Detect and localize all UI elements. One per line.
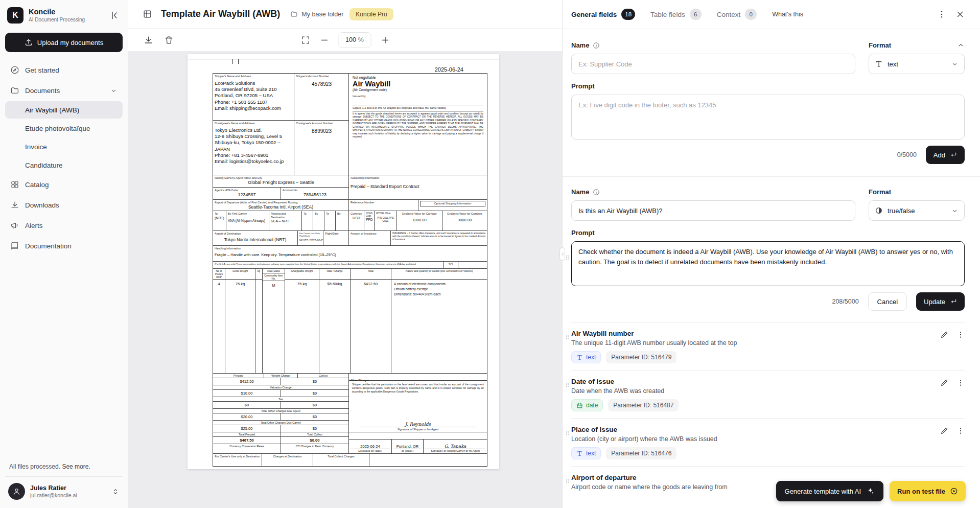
edit-pencil-icon[interactable] — [940, 331, 948, 339]
tab-count-badge: 0 — [745, 9, 757, 20]
prompt-input[interactable] — [571, 95, 965, 140]
breadcrumb-folder[interactable]: My base folder — [290, 10, 343, 18]
field-item-air-waybill-number: Air Waybill number The unique 11-digit A… — [571, 322, 965, 370]
table-icon[interactable] — [143, 9, 152, 19]
status-text: All files processed. — [9, 463, 60, 470]
sidebar-subitem-label: Candidature — [25, 161, 63, 169]
run-on-test-file-button[interactable]: Run on test file — [890, 481, 966, 501]
format-label: Format — [869, 41, 891, 49]
sidebar-item-documents[interactable]: Documents — [5, 81, 123, 100]
drag-handle-icon[interactable] — [564, 333, 571, 341]
folder-icon — [290, 10, 298, 18]
add-button-label: Add — [934, 151, 945, 159]
field-name-input[interactable] — [571, 200, 855, 221]
sidebar-item-candidature[interactable]: Candidature — [5, 156, 123, 174]
add-field-button[interactable]: Add — [926, 146, 965, 164]
usa-export-note: (For U.S.A. use only) These commodities,… — [215, 263, 441, 266]
delete-document-button[interactable] — [164, 35, 174, 45]
download-icon — [10, 200, 19, 210]
close-icon[interactable] — [955, 10, 965, 19]
brand-text: Koncile AI Document Processing — [29, 8, 85, 23]
update-button[interactable]: Update — [916, 292, 965, 311]
avatar — [8, 483, 25, 500]
chevron-up-icon[interactable] — [957, 41, 965, 49]
tab-general-fields[interactable]: General fields 18 — [571, 9, 635, 20]
format-select[interactable]: text — [869, 54, 965, 74]
zoom-out-button[interactable] — [319, 35, 329, 45]
rate-class-value: M — [263, 281, 285, 288]
accounting-label: Accounting Information — [351, 176, 485, 180]
fullscreen-button[interactable] — [300, 35, 310, 45]
prompt-label: Prompt — [571, 229, 965, 237]
col-pieces: No of Pieces RCP — [213, 269, 225, 280]
user-name: Jules Ratier — [30, 484, 77, 492]
zoom-in-button[interactable] — [380, 35, 390, 45]
new-field-form: Name Format text P — [571, 41, 965, 164]
prompt-input[interactable]: Check whether the document is indeed a A… — [571, 241, 965, 286]
collapse-sidebar-icon[interactable] — [110, 10, 121, 20]
sidebar-item-get-started[interactable]: Get started — [5, 60, 123, 80]
edit-field-form: Name Format true/false Prompt — [571, 188, 965, 311]
tab-context[interactable]: Context 0 — [717, 9, 757, 20]
document-canvas[interactable]: 2025-06-24 Shipper's Name and Address Ec… — [128, 51, 562, 508]
boolean-type-icon — [875, 206, 883, 215]
panel-menu-icon[interactable] — [937, 10, 946, 19]
edit-pencil-icon[interactable] — [940, 379, 948, 387]
more-options-icon[interactable] — [956, 379, 965, 387]
sidebar-item-invoice[interactable]: Invoice — [5, 138, 123, 155]
drag-handle-icon[interactable] — [564, 477, 571, 485]
tax-collect-value: $0 — [281, 402, 348, 408]
zoom-level[interactable]: 100 % — [338, 32, 371, 48]
chevron-up-down-icon[interactable] — [111, 488, 120, 496]
by-label: By — [337, 212, 347, 216]
col-nature-of-goods: Nature and Quantity of Goods (incl. Dime… — [391, 269, 487, 280]
user-menu[interactable]: Jules Ratier jul.ratier@koncile.ai — [5, 476, 123, 502]
generate-template-button[interactable]: Generate template with AI — [776, 481, 884, 501]
see-more-link[interactable]: See more. — [62, 463, 90, 470]
weight-charge-label: Weight Charge — [264, 374, 298, 378]
sidebar-nav: Get started Documents Air Waybill (AWB) … — [5, 60, 123, 256]
iata-code-label: Agent's IATA Code — [215, 189, 279, 192]
cancel-button[interactable]: Cancel — [868, 292, 907, 311]
files-status: All files processed. See more. — [5, 459, 123, 476]
folder-icon — [10, 86, 19, 95]
field-title: Air Waybill number — [571, 330, 965, 337]
name-label: Name — [571, 41, 589, 49]
executed-date-label: Executed on (date) — [351, 449, 390, 453]
tab-table-fields[interactable]: Table fields 6 — [650, 9, 702, 20]
issued-by-label: Issued by — [353, 95, 483, 98]
due-carrier-prepaid-value: $25.00 — [213, 425, 281, 432]
sidebar-subitem-label: Etude photovoltaïque — [25, 125, 90, 132]
download-document-button[interactable] — [144, 35, 153, 45]
prepaid-label: Prepaid — [213, 374, 264, 378]
sidebar-item-downloads[interactable]: Downloads — [5, 195, 123, 215]
viewer-toolbar: 100 % — [128, 29, 562, 51]
name-label-row: Name — [571, 41, 855, 49]
sidebar-item-label: Documents — [25, 87, 60, 95]
due-agent-label: Total Other Charges Due Agent — [213, 409, 348, 413]
sidebar-item-catalog[interactable]: Catalog — [5, 175, 123, 194]
col-commodity: Commodity Item No. — [263, 273, 285, 281]
edit-pencil-icon[interactable] — [940, 427, 948, 435]
destination-value: Tokyo Narita International (NRT) — [215, 237, 296, 243]
drag-handle-icon[interactable] — [564, 429, 571, 437]
enter-key-icon — [950, 298, 957, 305]
awb-top-date: 2025-06-24 — [435, 66, 463, 73]
drag-handle-icon[interactable] — [564, 381, 571, 389]
field-item-date-of-issue: Date of issue Date when the AWB was crea… — [571, 370, 965, 418]
format-select[interactable]: true/false — [869, 200, 965, 221]
character-counter: 0/5000 — [897, 151, 917, 158]
field-name-input[interactable] — [571, 54, 855, 74]
plan-badge: Koncile Pro — [349, 8, 393, 20]
panel-resize-handle[interactable] — [559, 247, 565, 261]
sidebar-item-alerts[interactable]: Alerts — [5, 216, 123, 235]
to-label: To — [326, 212, 334, 216]
more-options-icon[interactable] — [956, 427, 965, 435]
sidebar-item-etude-photovoltaique[interactable]: Etude photovoltaïque — [5, 120, 123, 137]
sidebar-item-documentation[interactable]: Documentation — [5, 236, 123, 256]
sidebar-item-air-waybill[interactable]: Air Waybill (AWB) — [5, 101, 123, 119]
whats-this-link[interactable]: What's this — [772, 11, 803, 18]
more-options-icon[interactable] — [956, 331, 965, 339]
upload-documents-button[interactable]: Upload my documents — [5, 33, 123, 52]
chevron-down-icon — [110, 87, 118, 95]
